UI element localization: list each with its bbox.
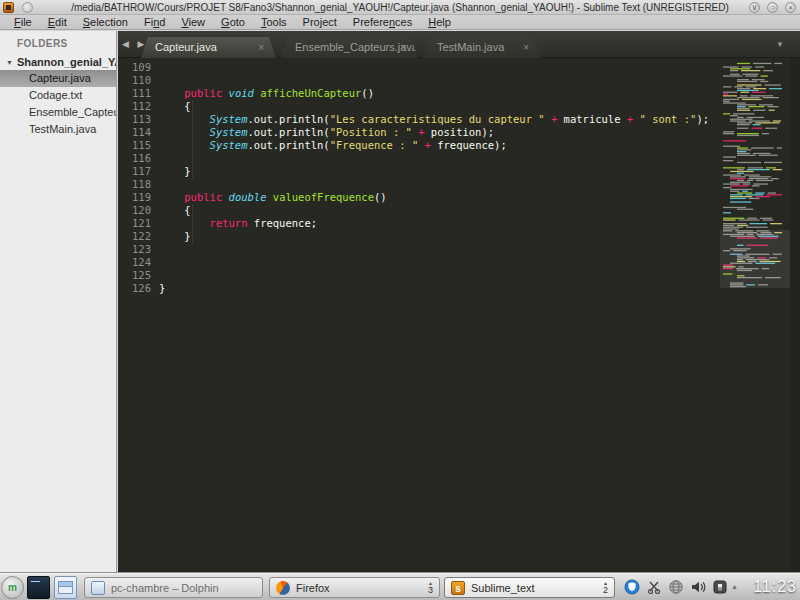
window-count-badge: ▲2	[603, 581, 608, 595]
code-line[interactable]: 116	[118, 152, 800, 165]
taskbar: m pc-chambre – DolphinFirefox▲3sSublime_…	[0, 573, 800, 600]
window-content: FOLDERS ▼ Shannon_genial_YAOUH! Capteur.…	[0, 31, 800, 573]
network-icon[interactable]	[668, 579, 684, 595]
task-label: Sublime_text	[471, 582, 597, 594]
task-button-firefox[interactable]: Firefox▲3	[269, 577, 440, 598]
tab-close-icon[interactable]: ×	[523, 37, 529, 58]
task-label: Firefox	[296, 582, 422, 594]
code-line[interactable]: 118	[118, 178, 800, 191]
code-area[interactable]: 109110111 public void afficheUnCapteur()…	[118, 58, 800, 573]
code-line[interactable]: 120 {	[118, 204, 800, 217]
line-number[interactable]: 117	[118, 165, 159, 178]
line-number[interactable]: 112	[118, 100, 159, 113]
tab-close-icon[interactable]: ×	[400, 37, 406, 58]
tab-capteur-java[interactable]: Capteur.java×	[141, 37, 276, 58]
terminal-icon[interactable]	[27, 576, 50, 599]
menu-tools[interactable]: Tools	[253, 15, 295, 29]
tab-testmain-java[interactable]: TestMain.java×	[423, 37, 541, 58]
task-label: pc-chambre – Dolphin	[111, 582, 256, 594]
sidebar: FOLDERS ▼ Shannon_genial_YAOUH! Capteur.…	[0, 31, 117, 573]
code-line[interactable]: 110	[118, 74, 800, 87]
menu-edit[interactable]: Edit	[40, 15, 75, 29]
clock[interactable]: 11:23	[753, 578, 797, 596]
line-number[interactable]: 118	[118, 178, 159, 191]
line-number[interactable]: 116	[118, 152, 159, 165]
menu-project[interactable]: Project	[295, 15, 345, 29]
code-line[interactable]: 111 public void afficheUnCapteur()	[118, 87, 800, 100]
file-manager-icon[interactable]	[54, 576, 77, 599]
dolphin-icon	[91, 581, 105, 595]
code-line[interactable]: 121 return frequence;	[118, 217, 800, 230]
line-number[interactable]: 123	[118, 243, 159, 256]
line-number[interactable]: 114	[118, 126, 159, 139]
window-count: 3	[428, 586, 433, 595]
clipboard-scissors-icon[interactable]	[646, 579, 662, 595]
line-number[interactable]: 120	[118, 204, 159, 217]
menu-find[interactable]: Find	[136, 15, 173, 29]
tab-ensemble-capteurs-java[interactable]: Ensemble_Capteurs.java×	[281, 37, 418, 58]
sidebar-item-testmain-java[interactable]: TestMain.java	[0, 121, 116, 138]
pin-button[interactable]	[22, 2, 33, 13]
line-number[interactable]: 115	[118, 139, 159, 152]
tab-close-icon[interactable]: ×	[258, 37, 264, 58]
minimize-button[interactable]: ∨	[749, 2, 760, 13]
code-line[interactable]: 109	[118, 61, 800, 74]
line-number[interactable]: 119	[118, 191, 159, 204]
menu-view[interactable]: View	[173, 15, 213, 29]
maximize-button[interactable]: ○	[767, 2, 778, 13]
volume-icon[interactable]	[690, 579, 706, 595]
line-number[interactable]: 126	[118, 282, 159, 295]
code-line[interactable]: 126}	[118, 282, 800, 295]
menu-help[interactable]: Help	[420, 15, 459, 29]
tab-label: TestMain.java	[437, 41, 504, 53]
device-notifier-icon[interactable]	[712, 579, 728, 595]
sidebar-item-codage-txt[interactable]: Codage.txt	[0, 87, 116, 104]
code-line[interactable]: 115 System.out.println("Frequence : " + …	[118, 139, 800, 152]
line-number[interactable]: 124	[118, 256, 159, 269]
sidebar-item-capteur-java[interactable]: Capteur.java	[0, 70, 116, 87]
code-line[interactable]: 122 }	[118, 230, 800, 243]
line-number[interactable]: 109	[118, 61, 159, 74]
menu-bar: FileEditSelectionFindViewGotoToolsProjec…	[0, 15, 800, 30]
code-line[interactable]: 113 System.out.println("Les caracteristi…	[118, 113, 800, 126]
system-tray	[624, 579, 728, 595]
minimap[interactable]	[720, 58, 790, 303]
task-button-dolphin[interactable]: pc-chambre – Dolphin	[84, 577, 263, 598]
menu-selection[interactable]: Selection	[75, 15, 136, 29]
window-titlebar[interactable]: /media/BATHROW/Cours/PROJET S8/Fano3/Sha…	[0, 0, 800, 15]
update-shield-icon[interactable]	[624, 579, 640, 595]
disclosure-triangle-icon[interactable]: ▼	[6, 59, 13, 66]
code-line[interactable]: 117 }	[118, 165, 800, 178]
task-button-sublime[interactable]: sSublime_text▲2	[444, 577, 615, 598]
code-line[interactable]: 123	[118, 243, 800, 256]
folders-header: FOLDERS	[0, 31, 116, 54]
minimap-viewport[interactable]	[720, 230, 790, 288]
line-number[interactable]: 113	[118, 113, 159, 126]
line-number[interactable]: 111	[118, 87, 159, 100]
code-line[interactable]: 119 public double valueofFrequence()	[118, 191, 800, 204]
code-line[interactable]: 124	[118, 256, 800, 269]
line-number[interactable]: 125	[118, 269, 159, 282]
close-button[interactable]: ×	[785, 2, 796, 13]
tray-expander-icon[interactable]: ▲	[731, 583, 738, 590]
mint-menu-icon[interactable]: m	[1, 576, 24, 599]
line-number[interactable]: 110	[118, 74, 159, 87]
sublime-app-icon	[3, 2, 14, 13]
menu-goto[interactable]: Goto	[213, 15, 253, 29]
root-folder-label: Shannon_genial_YAOUH!	[17, 56, 116, 68]
line-number[interactable]: 121	[118, 217, 159, 230]
menu-preferences[interactable]: Preferences	[345, 15, 420, 29]
tab-overflow-icon[interactable]: ▼	[776, 40, 784, 49]
code-lines: 109110111 public void afficheUnCapteur()…	[118, 61, 800, 295]
code-line[interactable]: 114 System.out.println("Position : " + p…	[118, 126, 800, 139]
menu-file[interactable]: File	[6, 15, 40, 29]
code-line[interactable]: 125	[118, 269, 800, 282]
tabs: Capteur.java×Ensemble_Capteurs.java×Test…	[141, 37, 546, 58]
sidebar-item-ensemble-capteurs-java[interactable]: Ensemble_Capteurs.java	[0, 104, 116, 121]
line-number[interactable]: 122	[118, 230, 159, 243]
tab-bar: ◀ ▶ Capteur.java×Ensemble_Capteurs.java×…	[118, 31, 800, 58]
sidebar-root-folder[interactable]: ▼ Shannon_genial_YAOUH!	[0, 54, 116, 70]
desktop: /media/BATHROW/Cours/PROJET S8/Fano3/Sha…	[0, 0, 800, 600]
window-count-badge: ▲3	[428, 581, 433, 595]
code-line[interactable]: 112 {	[118, 100, 800, 113]
